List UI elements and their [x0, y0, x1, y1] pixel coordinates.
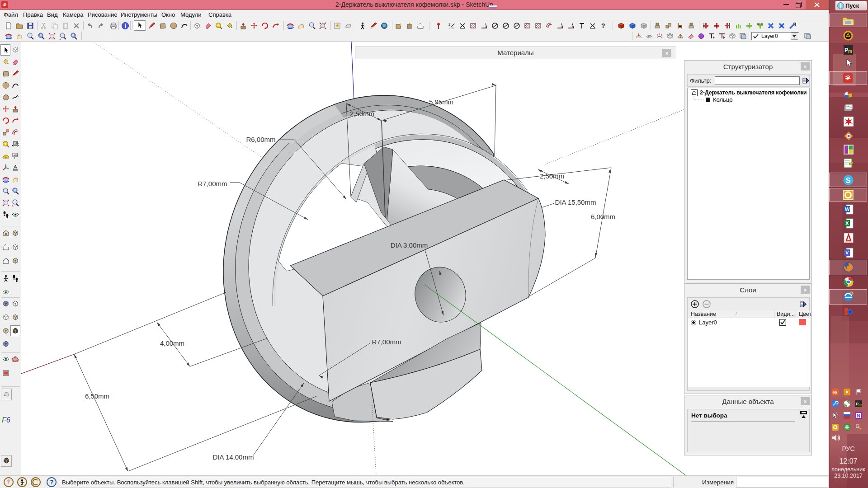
svg-text:DIA 15,50mm: DIA 15,50mm [555, 198, 596, 206]
svg-text:DIA 3,00mm: DIA 3,00mm [391, 241, 428, 249]
svg-text:ABC: ABC [14, 141, 19, 144]
svg-text:6,50mm: 6,50mm [85, 392, 109, 400]
svg-text:2,50mm: 2,50mm [540, 172, 564, 180]
svg-text:DIA 14,00mm: DIA 14,00mm [213, 453, 254, 461]
svg-text:R7,00mm: R7,00mm [198, 180, 227, 188]
svg-text:?: ? [601, 22, 605, 29]
svg-text:4,00mm: 4,00mm [160, 339, 184, 347]
svg-text:!: ! [860, 428, 860, 431]
svg-text:P: P [844, 47, 848, 53]
svg-text:z: z [448, 22, 451, 27]
svg-text:S: S [846, 177, 851, 184]
svg-text:5,95mm: 5,95mm [429, 98, 453, 106]
svg-text:W: W [845, 206, 850, 212]
svg-text:X: X [845, 221, 849, 226]
svg-text:ABC: ABC [14, 154, 19, 157]
svg-text:m: m [848, 49, 852, 54]
svg-text:R6,00mm: R6,00mm [246, 136, 275, 143]
svg-text:?: ? [50, 479, 54, 486]
svg-text:2,50mm: 2,50mm [350, 110, 374, 117]
svg-text:m: m [859, 403, 862, 407]
svg-text:N: N [857, 413, 860, 418]
svg-text:66: 66 [833, 390, 837, 394]
svg-text:6,00mm: 6,00mm [591, 213, 615, 221]
svg-text:R7,00mm: R7,00mm [372, 338, 401, 346]
svg-text:V: V [845, 250, 849, 255]
